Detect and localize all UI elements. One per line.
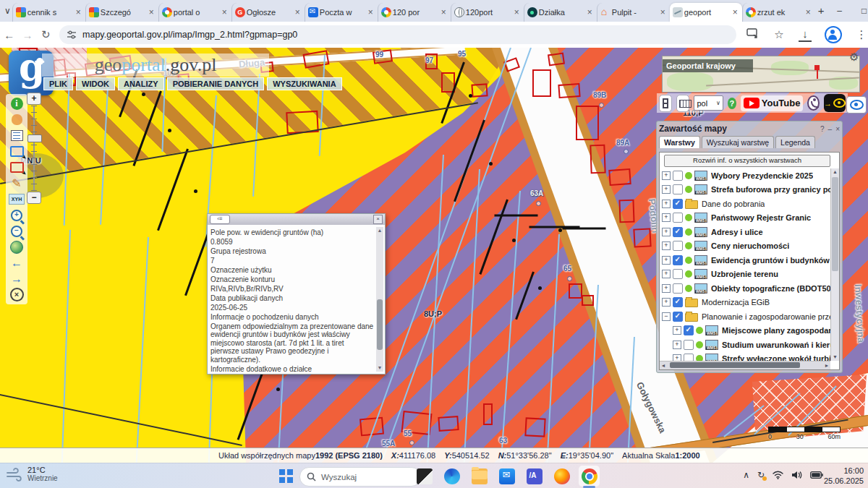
window-minimize-button[interactable]: – — [827, 6, 852, 16]
layer-row[interactable]: + Ceny nieruchomości — [660, 239, 830, 254]
browser-tab[interactable]: geoport × — [670, 3, 742, 22]
menu-item[interactable]: POBIERANIE DANYCH — [167, 77, 265, 90]
start-button[interactable] — [279, 469, 293, 483]
browser-tab[interactable]: 120port × — [451, 3, 524, 22]
layer-expand-toggle[interactable]: + — [662, 270, 671, 278]
zoom-slider-handle[interactable] — [27, 134, 42, 142]
scroll-thumb[interactable] — [832, 177, 838, 271]
back-button[interactable]: ← — [0, 29, 18, 41]
layer-row[interactable]: + Uzbrojenie terenu — [660, 267, 830, 282]
browser-menu-icon[interactable]: ⋮ — [855, 28, 868, 41]
taskbar-app-firefox[interactable] — [551, 466, 572, 487]
layer-row[interactable]: + Strefy wyłaczone wokół turbin wiatrow — [660, 352, 830, 361]
panel-tab[interactable]: Wyszukaj warstwę — [702, 136, 774, 148]
draw-tool-button[interactable]: ✎ — [9, 176, 25, 191]
layer-checkbox[interactable] — [673, 227, 683, 237]
tab-close-icon[interactable]: × — [440, 7, 448, 17]
taskbar-app-mail[interactable] — [496, 466, 517, 487]
menu-item[interactable]: WIDOK — [76, 77, 115, 90]
layer-row[interactable]: − Planowanie i zagospodarowanie przestrz… — [660, 309, 830, 324]
layer-expand-toggle[interactable]: + — [662, 185, 671, 194]
layer-expand-toggle[interactable]: + — [662, 213, 671, 222]
tab-search-button[interactable]: ∨ — [4, 1, 11, 20]
layer-row[interactable]: + Adresy i ulice — [660, 225, 830, 239]
speaker-icon[interactable] — [791, 471, 802, 479]
tab-close-icon[interactable]: × — [731, 7, 739, 17]
help-icon[interactable]: ? — [728, 98, 736, 109]
scroll-up-icon[interactable]: ▲ — [376, 227, 383, 234]
next-view-button[interactable]: → — [9, 271, 25, 286]
layer-row[interactable]: + Obiekty topograficzne (BDOT500) — [660, 281, 830, 296]
coordinates-tool-button[interactable]: XYH — [9, 192, 25, 207]
tray-expand-icon[interactable]: ∧ — [743, 470, 749, 480]
layer-checkbox[interactable] — [673, 241, 683, 251]
layer-expand-toggle[interactable]: + — [662, 200, 671, 208]
browser-tab[interactable]: Działka × — [524, 3, 597, 22]
browser-tab[interactable]: Pulpit - × — [597, 3, 670, 22]
close-tools-button[interactable]: × — [9, 287, 25, 302]
panel-header[interactable]: Zawartość mapy ? – × — [659, 123, 840, 134]
taskbar-search[interactable]: Wyszukaj — [299, 467, 421, 487]
layer-expand-toggle[interactable]: + — [662, 256, 671, 265]
scroll-left-icon[interactable]: ◄ — [660, 361, 667, 369]
layer-checkbox[interactable] — [684, 325, 694, 335]
previous-view-button[interactable]: ← — [9, 255, 25, 270]
taskbar-app-tasks[interactable] — [414, 466, 435, 487]
tab-close-icon[interactable]: × — [367, 7, 375, 17]
layer-checkbox[interactable] — [684, 340, 694, 350]
tab-close-icon[interactable]: × — [148, 7, 156, 17]
zoom-out-tool-button[interactable]: − — [9, 223, 25, 239]
taskbar-app-explorer[interactable] — [469, 466, 490, 487]
pan-tool-button[interactable] — [9, 112, 25, 127]
layer-expand-toggle[interactable]: + — [673, 341, 681, 349]
layer-row[interactable]: + Dane do pobrania — [660, 197, 830, 211]
select-area-button[interactable] — [9, 144, 25, 159]
scroll-thumb[interactable] — [670, 362, 800, 368]
profile-avatar[interactable] — [825, 26, 842, 43]
layer-expand-toggle[interactable]: + — [662, 241, 671, 250]
slider-zoom-out-button[interactable]: − — [27, 192, 41, 204]
overview-map[interactable]: Geoportal krajowy — [662, 56, 860, 93]
layers-horizontal-scrollbar[interactable]: ◄ ► — [660, 361, 830, 369]
layer-checkbox[interactable] — [684, 354, 694, 361]
zoom-in-tool-button[interactable]: + — [9, 207, 25, 223]
layer-row[interactable]: + Studium uwarunkowań i kierunków zag — [660, 338, 830, 352]
layer-expand-toggle[interactable]: + — [673, 354, 681, 361]
popup-scroll-thumb[interactable] — [377, 299, 383, 350]
attributes-tool-button[interactable] — [9, 128, 25, 143]
clear-selection-button[interactable] — [9, 160, 25, 175]
qr-grid-icon[interactable] — [659, 95, 672, 112]
layer-expand-toggle[interactable]: + — [662, 284, 671, 293]
tab-close-icon[interactable]: × — [586, 7, 594, 17]
scroll-up-icon[interactable]: ▲ — [831, 168, 839, 176]
battery-icon[interactable] — [810, 471, 823, 479]
slider-zoom-in-button[interactable]: + — [27, 93, 41, 105]
sync-icon[interactable]: ↻ — [757, 470, 765, 480]
forward-button[interactable]: → — [18, 29, 36, 41]
youtube-link[interactable]: YouTube — [741, 95, 804, 111]
contrast-toggle[interactable]: → — [824, 94, 846, 112]
browser-tab[interactable]: Szczegó × — [85, 3, 158, 22]
popup-close-icon[interactable]: × — [373, 215, 383, 224]
layer-expand-toggle[interactable]: + — [662, 298, 671, 307]
panel-tab[interactable]: Legenda — [775, 136, 815, 148]
panel-close-icon[interactable]: × — [835, 125, 840, 133]
browser-tab[interactable]: portal o × — [158, 3, 231, 22]
language-select[interactable]: pol∨ — [694, 95, 723, 111]
scroll-down-icon[interactable]: ▼ — [831, 354, 839, 361]
info-tool-button[interactable]: i — [9, 96, 25, 111]
popup-titlebar[interactable]: ‹≡ × — [208, 214, 385, 225]
panel-help-icon[interactable]: ? — [820, 125, 825, 133]
accessibility-icon[interactable] — [807, 95, 820, 111]
tab-close-icon[interactable]: × — [75, 7, 82, 17]
popup-list-icon[interactable]: ‹≡ — [210, 215, 230, 224]
layer-row[interactable]: + Wybory Prezydenckie 2025 — [660, 168, 830, 183]
taskbar-app-movavi[interactable] — [524, 466, 545, 487]
window-maximize-button[interactable]: □ — [852, 6, 868, 16]
tab-close-icon[interactable]: × — [659, 7, 667, 17]
new-tab-button[interactable]: + — [818, 2, 825, 20]
keyboard-icon[interactable] — [676, 95, 689, 112]
wifi-icon[interactable] — [773, 471, 783, 479]
layer-checkbox[interactable] — [673, 283, 683, 294]
layer-row[interactable]: + Ewidencja gruntów i budynków — [660, 253, 830, 267]
